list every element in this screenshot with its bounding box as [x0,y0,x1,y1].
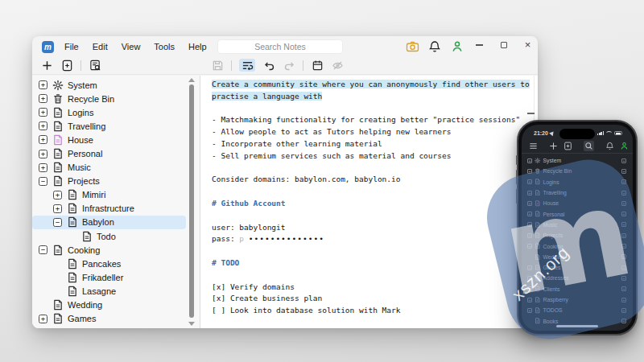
history-button[interactable] [311,59,324,72]
trash-icon [52,93,64,105]
expand-icon[interactable]: + [39,315,47,323]
tree-item-pancakes[interactable]: Pancakes [32,257,200,270]
window-body: +System+Recycle Bin+Logins+Travelling+Ho… [32,76,538,328]
expand-icon[interactable]: + [39,94,47,103]
note-editor[interactable]: Create a community site where you can an… [200,76,538,328]
search-input[interactable]: Search Notes [217,39,343,54]
tree-item-babylon[interactable]: −Babylon [32,216,186,229]
menu-help[interactable]: Help [188,42,207,51]
camera-icon[interactable] [406,40,419,53]
undo-button[interactable] [262,59,275,72]
tree-item-label: Wedding [68,300,102,310]
tree-item-logins[interactable]: +Logins [32,105,200,119]
phone-expand-icon: + [527,265,532,270]
note-icon [52,121,64,132]
editor-scrollbar-thumb[interactable] [527,113,535,114]
menu-file[interactable]: File [64,42,79,51]
scroll-up-icon[interactable] [188,78,195,82]
collapse-icon[interactable]: − [39,177,47,186]
tree-item-label: Recycle Bin [68,94,114,104]
expand-icon[interactable]: + [53,204,62,213]
tree-item-label: Lasagne [82,286,116,296]
scroll-down-icon[interactable] [188,322,195,326]
editor-line [212,270,538,282]
phone-tree-item-label: Travelling [543,190,567,195]
tree-item-infrastructure[interactable]: +Infrastructure [32,202,200,216]
note-icon [52,162,64,173]
note-icon [535,200,541,207]
save-button[interactable] [211,59,224,72]
signal-icon [597,131,604,135]
dynamic-island [559,129,595,139]
phone-tree-item-projects: +Projects+ [522,230,633,241]
tree-item-label: Logins [68,108,93,117]
close-button[interactable]: × [523,39,532,51]
tree-item-mimiri[interactable]: +Mimiri [32,188,200,202]
gear-icon [52,80,64,91]
tree-item-music[interactable]: +Music [32,161,200,175]
note-icon [67,272,78,283]
maximize-button[interactable] [499,39,508,51]
tree-item-lasagne[interactable]: Lasagne [32,284,200,298]
phone-tree-item-wedding: Wedding+ [522,252,633,262]
collapse-icon[interactable]: − [39,245,47,254]
note-icon [535,232,541,239]
expand-icon[interactable]: + [39,121,47,130]
phone-tree-item-label: Books [543,319,559,324]
phone-tree-item-label: Raspberry [543,297,568,302]
phone-new-note-icon [564,142,572,150]
editor-line [212,246,538,258]
tree-item-cooking[interactable]: −Cooking [32,243,200,257]
tree-item-frikadeller[interactable]: Frikadeller [32,270,200,284]
sidebar-scrollbar[interactable] [187,76,196,328]
expand-icon[interactable]: + [39,135,47,144]
phone-expand-icon: + [527,276,532,281]
editor-line [212,104,538,116]
window-controls: × [475,39,532,51]
expand-icon[interactable]: + [39,108,47,117]
tree-item-projects[interactable]: −Projects [32,175,200,188]
expand-icon[interactable]: + [53,191,62,200]
editor-line: [x] Verify domains [212,282,538,294]
tree-item-label: System [68,80,97,90]
search-notes-button[interactable] [89,59,101,72]
bell-icon[interactable] [428,40,442,53]
menu-view[interactable]: View [122,42,141,51]
note-icon [52,134,64,146]
menu-edit[interactable]: Edit [93,42,108,51]
menu-tools[interactable]: Tools [154,42,175,51]
new-note-button[interactable] [60,59,73,72]
redo-button[interactable] [283,59,295,72]
account-icon[interactable] [451,40,464,53]
note-icon [81,231,93,242]
tree-item-label: Todo [97,232,116,241]
tree-item-personal[interactable]: +Personal [32,146,200,160]
masked-password[interactable]: •••••••••••••• [249,234,324,243]
phone-tree-item-raspberry: +Raspberry+ [522,294,633,305]
minimize-button[interactable] [475,39,484,51]
menu-bar: File Edit View Tools Help [64,42,207,51]
phone-tree-item-personal: +Personal+ [522,208,633,219]
tree-item-games[interactable]: +Games [32,312,200,326]
expand-icon[interactable]: + [39,150,47,158]
hide-password-button[interactable] [331,59,344,72]
tree-item-house[interactable]: +House [32,133,200,146]
editor-line: user: babylongit [212,223,538,235]
phone-status-icons [597,131,622,135]
phone-expand-icon: + [527,212,532,216]
scrollbar-thumb[interactable] [189,84,195,318]
tree-item-system[interactable]: +System [32,78,200,92]
tree-item-recycle-bin[interactable]: +Recycle Bin [32,92,200,105]
expand-icon[interactable]: + [39,163,47,172]
tree-item-travelling[interactable]: +Travelling [32,119,200,133]
new-root-note-button[interactable] [40,59,53,72]
word-wrap-button[interactable] [239,59,255,72]
editor-line: - Incorporate other learning material [212,139,538,151]
note-icon [67,189,78,200]
tree-item-todo[interactable]: Todo [32,229,200,243]
tree-item-label: Pancakes [82,259,121,269]
expand-icon[interactable]: + [39,80,47,89]
phone-grid-icon: + [621,254,626,259]
collapse-icon[interactable]: − [53,218,62,227]
tree-item-wedding[interactable]: Wedding [32,298,200,312]
